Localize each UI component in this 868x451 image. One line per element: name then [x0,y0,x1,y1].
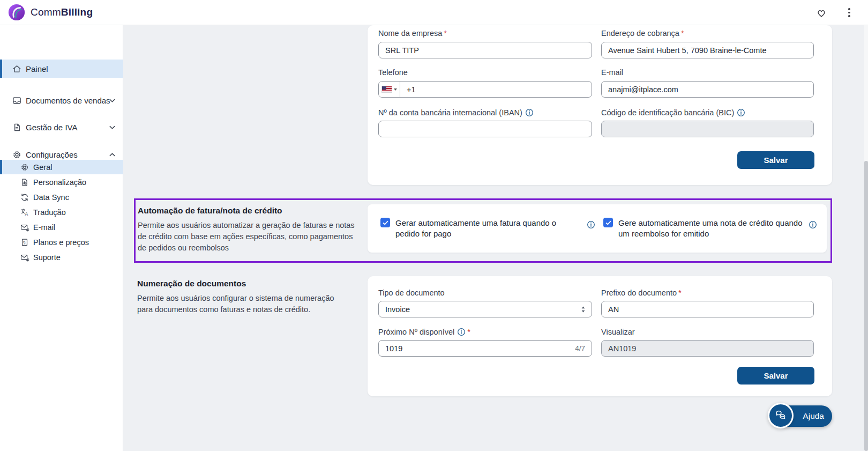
sidebar-item-label: Painel [26,64,48,73]
automation-section-title: Automação de fatura/nota de crédito [138,206,282,216]
numbering-section-description: Permite aos usuários configurar o sistem… [137,293,351,315]
numbering-card: Tipo de documento Invoice Prefixo do doc… [368,276,832,396]
brand-name: CommBilling [31,6,93,18]
info-icon[interactable] [525,108,534,117]
sidebar-subitem-geral[interactable]: Geral [0,160,123,174]
automation-panel: Gerar automaticamente uma fatura quando … [368,204,827,253]
home-icon [12,64,22,74]
preview-input [601,340,814,357]
company-name-label: Nome da empresa* [378,29,447,38]
auto-credit-note-checkbox-label[interactable]: Gere automaticamente uma nota de crédito… [618,218,803,239]
heart-icon[interactable] [814,6,828,20]
chevron-down-icon [108,123,116,131]
inbox-icon [12,95,22,106]
billing-address-input[interactable] [601,42,814,58]
sync-icon [20,193,29,202]
auto-invoice-checkbox-label[interactable]: Gerar automaticamente uma fatura quando … [395,218,580,239]
help-button[interactable]: Ajuda [768,403,832,428]
email-input[interactable] [601,81,814,98]
sidebar-item-gestao-de-iva[interactable]: Gestão de IVA [0,118,123,136]
info-icon[interactable] [809,220,817,229]
sidebar-subitem-personalizacao[interactable]: Personalização [0,175,123,189]
sidebar-item-label: Documentos de vendas [26,96,110,105]
phone-input[interactable] [400,82,592,97]
doc-type-value: Invoice [385,305,410,314]
top-header: CommBilling [0,0,868,25]
info-icon[interactable] [457,328,466,336]
numbering-section-title: Numeração de documentos [137,279,246,289]
sidebar-subitem-label: Geral [33,163,52,172]
sidebar-subitem-suporte[interactable]: Suporte [0,250,123,264]
caret-down-icon [394,88,397,91]
app-root: CommBilling Painel Documentos de [0,0,868,451]
chevron-up-icon [108,151,116,159]
sidebar-subitem-data-sync[interactable]: Data Sync [0,190,123,204]
receipt-euro-icon: € [20,238,29,247]
us-flag-icon [382,86,392,92]
next-number-input-group: 4/7 [378,340,592,357]
help-label: Ajuda [803,411,824,421]
sidebar-subitem-planos-e-precos[interactable]: € Planos e preços [0,235,123,249]
mail-gear-icon [20,223,29,232]
sidebar-item-label: Configurações [26,150,78,159]
iban-label: Nº da conta bancária internacional (IBAN… [378,108,534,117]
document-icon [12,122,22,132]
chevron-down-icon [108,97,116,105]
billing-address-label: Endereço de cobrança* [601,29,684,38]
main-content: Nome da empresa* Endereço de cobrança* T… [123,25,868,451]
select-arrows-icon [580,305,586,314]
sidebar-subitem-traducao[interactable]: A Tradução [0,205,123,219]
gear-icon [20,162,29,172]
svg-text:A: A [25,211,28,217]
mail-gear-icon [20,253,29,262]
phone-input-group [378,81,592,98]
phone-label: Telefone [378,68,408,77]
document-gear-icon [20,178,29,187]
info-icon[interactable] [737,108,745,117]
auto-credit-note-checkbox[interactable] [603,218,613,227]
preview-label: Visualizar [601,328,635,336]
save-button[interactable]: Salvar [737,151,814,169]
gear-icon [12,150,22,160]
doc-prefix-label: Prefixo do documento* [601,289,682,297]
bic-input [601,121,814,137]
kebab-menu-icon[interactable] [842,6,856,20]
doc-prefix-input[interactable] [601,301,814,317]
company-info-card: Nome da empresa* Endereço de cobrança* T… [368,25,832,185]
company-name-input[interactable] [378,42,592,58]
next-number-input[interactable] [379,341,575,356]
country-flag-dropdown[interactable] [379,82,400,97]
sidebar-subitem-email[interactable]: E-mail [0,220,123,234]
automation-highlight-box: Automação de fatura/nota de crédito Perm… [134,198,832,263]
svg-text:€: € [23,240,26,245]
translate-icon: A [20,208,29,217]
auto-invoice-checkbox-group: Gerar automaticamente uma fatura quando … [380,218,585,239]
iban-input[interactable] [378,121,592,137]
brand-mark-icon [8,3,26,21]
auto-invoice-checkbox[interactable] [380,218,390,227]
info-icon[interactable] [587,220,595,229]
sidebar-subitem-label: E-mail [33,223,55,232]
sidebar-item-label: Gestão de IVA [26,123,77,132]
sidebar-subitem-label: Personalização [33,178,86,187]
sidebar-item-painel[interactable]: Painel [0,60,123,78]
scrollbar-track[interactable] [864,25,868,451]
save-button[interactable]: Salvar [737,367,814,385]
doc-type-label: Tipo de documento [378,289,445,297]
sidebar-subitem-label: Data Sync [33,193,69,202]
sidebar-item-documentos-de-vendas[interactable]: Documentos de vendas [0,91,123,109]
char-counter: 4/7 [575,344,592,352]
email-label: E-mail [601,68,623,77]
sidebar-subitem-label: Suporte [33,253,61,262]
next-number-label: Próximo Nº disponível* [378,328,470,336]
doc-type-select[interactable]: Invoice [378,301,592,317]
chat-icon [768,403,794,428]
auto-credit-note-checkbox-group: Gere automaticamente uma nota de crédito… [603,218,807,239]
scrollbar-thumb[interactable] [864,161,868,451]
brand-logo[interactable]: CommBilling [8,3,93,21]
bic-label: Código de identificação bancária (BIC) [601,108,745,117]
sidebar-subitem-label: Tradução [33,208,66,217]
sidebar-subitem-label: Planos e preços [33,238,89,247]
sidebar: Painel Documentos de vendas Gestão de IV… [0,25,123,451]
automation-section-description: Permite aos usuários automatizar a geraç… [138,220,356,254]
